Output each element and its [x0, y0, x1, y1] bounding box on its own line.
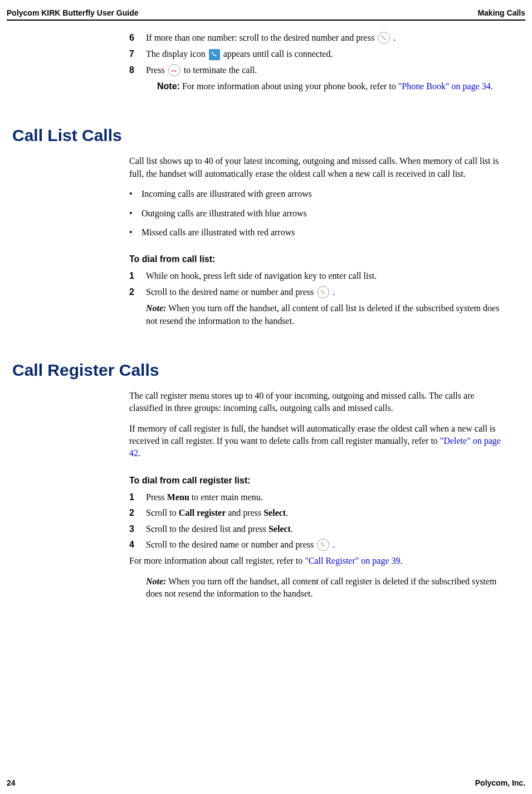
step-number: 2	[129, 507, 146, 519]
list-item: Incoming calls are illustrated with gree…	[129, 188, 510, 200]
step-text: Scroll to the desired name or number and…	[146, 539, 510, 551]
list-item: Outgoing calls are illustrated with blue…	[129, 207, 510, 220]
bold-text: Menu	[167, 492, 189, 502]
call-button-icon	[317, 286, 329, 298]
call-register-para1: The call register menu stores up to 40 o…	[129, 390, 510, 415]
call-list-note: Note: When you turn off the handset, all…	[146, 302, 510, 327]
text-fragment: to enter main menu.	[189, 492, 263, 502]
call-button-icon	[317, 539, 329, 551]
step-number: 1	[129, 491, 146, 503]
call-list-intro: Call list shows up to 40 of your latest …	[129, 155, 510, 180]
page-header: Polycom KIRK Butterfly User Guide Making…	[0, 8, 532, 17]
call-button-icon	[378, 32, 390, 44]
phone-book-link[interactable]: "Phone Book" on page 34	[398, 81, 491, 91]
text-fragment: to terminate the call.	[184, 65, 257, 75]
call-register-para2: If memory of call register is full, the …	[129, 423, 510, 460]
text-fragment: .	[333, 287, 335, 297]
text-fragment: .	[491, 81, 493, 91]
call-register-note: Note: When you turn off the handset, all…	[146, 575, 510, 601]
step-2: 2 Scroll to Call register and press Sele…	[129, 507, 510, 519]
text-fragment: .	[393, 33, 396, 42]
list-item: Missed calls are illustrated with red ar…	[129, 226, 510, 239]
step-number: 6	[129, 32, 146, 45]
note-label: Note:	[146, 303, 166, 313]
intro-steps: 6 If more than one number: scroll to the…	[129, 32, 510, 93]
text-fragment: Press	[146, 65, 167, 75]
page-content: 6 If more than one number: scroll to the…	[0, 32, 532, 601]
bold-text: Call register	[179, 508, 226, 517]
bold-text: Select	[263, 508, 286, 517]
step-text: The display icon appears until call is c…	[146, 48, 510, 60]
section-heading-call-list: Call List Calls	[12, 126, 521, 145]
header-rule	[7, 20, 525, 21]
step-8: 8 Press to terminate the call.	[129, 64, 510, 77]
step-text: While on hook, press left side of naviga…	[146, 270, 510, 282]
header-left: Polycom KIRK Butterfly User Guide	[7, 8, 139, 17]
step-6: 6 If more than one number: scroll to the…	[129, 32, 510, 45]
text-fragment: Scroll to the desired name or number and…	[146, 287, 316, 297]
call-register-link[interactable]: "Call Register" on page 39	[305, 556, 400, 565]
text-fragment: .	[401, 556, 403, 565]
header-right: Making Calls	[477, 8, 525, 17]
text-fragment: If more than one number: scroll to the d…	[146, 33, 377, 42]
step-text: Press to terminate the call.	[146, 64, 510, 77]
text-fragment: .	[291, 524, 293, 534]
step-number: 8	[129, 64, 146, 77]
step-2: 2 Scroll to the desired name or number a…	[129, 286, 510, 299]
step-number: 4	[129, 539, 146, 551]
step-1: 1 While on hook, press left side of navi…	[129, 270, 510, 282]
note-label: Note:	[146, 577, 166, 586]
note-text: For more information about using your ph…	[182, 81, 398, 91]
text-fragment: For more information about call register…	[129, 556, 305, 565]
step-number: 1	[129, 270, 146, 282]
step-text: Scroll to Call register and press Select…	[146, 507, 510, 519]
page-footer: 24 Polycom, Inc.	[0, 778, 532, 787]
text-fragment: .	[286, 508, 288, 517]
note-text: When you turn off the handset, all conte…	[146, 303, 499, 325]
text-fragment: Scroll to the desired list and press	[146, 524, 269, 534]
text-fragment: Scroll to the desired name or number and…	[146, 540, 316, 549]
intro-note: Note: For more information about using y…	[157, 80, 510, 93]
connecting-icon	[209, 49, 220, 60]
bold-text: Select	[269, 524, 291, 534]
step-3: 3 Scroll to the desired list and press S…	[129, 523, 510, 535]
text-fragment: Press	[146, 492, 167, 502]
step-7: 7 The display icon appears until call is…	[129, 48, 510, 60]
text-fragment: .	[333, 540, 335, 549]
text-fragment: .	[138, 448, 140, 458]
step-number: 3	[129, 523, 146, 535]
step-4: 4 Scroll to the desired name or number a…	[129, 539, 510, 551]
note-text: When you turn off the handset, all conte…	[146, 577, 496, 598]
text-fragment: The display icon	[146, 49, 208, 59]
end-call-button-icon	[168, 64, 180, 76]
call-list-bullets: Incoming calls are illustrated with gree…	[129, 188, 510, 239]
step-number: 2	[129, 286, 146, 299]
note-label: Note:	[157, 81, 180, 91]
text-fragment: and press	[226, 508, 263, 517]
step-text: Press Menu to enter main menu.	[146, 491, 510, 503]
step-text: Scroll to the desired name or number and…	[146, 286, 510, 299]
sub-heading-dial-call-register: To dial from call register list:	[129, 476, 521, 486]
step-1: 1 Press Menu to enter main menu.	[129, 491, 510, 503]
page-number: 24	[7, 778, 16, 787]
sub-heading-dial-call-list: To dial from call list:	[129, 254, 521, 264]
footer-company: Polycom, Inc.	[475, 778, 525, 787]
step-text: Scroll to the desired list and press Sel…	[146, 523, 510, 535]
call-list-steps: 1 While on hook, press left side of navi…	[129, 270, 510, 299]
call-register-steps: 1 Press Menu to enter main menu. 2 Scrol…	[129, 491, 510, 552]
step-number: 7	[129, 48, 146, 60]
section-heading-call-register: Call Register Calls	[12, 361, 521, 380]
text-fragment: Scroll to	[146, 508, 179, 517]
step-text: If more than one number: scroll to the d…	[146, 32, 510, 45]
call-register-tail: For more information about call register…	[129, 555, 510, 567]
text-fragment: appears until call is connected.	[223, 49, 333, 59]
